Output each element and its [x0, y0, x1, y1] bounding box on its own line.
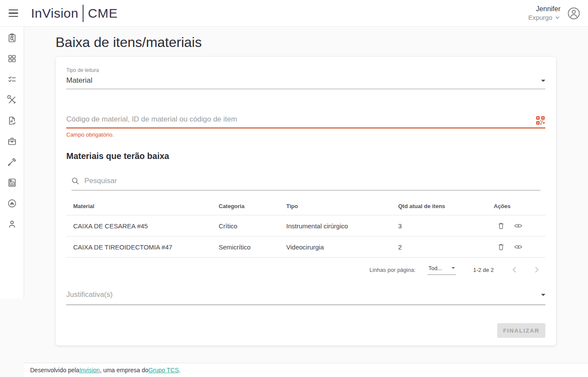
footer-text: .: [179, 367, 180, 374]
reading-type-select[interactable]: Material: [66, 76, 545, 89]
qr-scanner-icon[interactable]: [536, 116, 545, 125]
footer-text: Desenvolvido pela: [30, 367, 79, 374]
code-field: [66, 114, 545, 128]
checklist-icon[interactable]: [7, 74, 17, 84]
account-avatar-icon[interactable]: [567, 7, 580, 20]
view-eye-icon[interactable]: [514, 243, 523, 251]
app-logo: InVision CME: [31, 5, 118, 22]
table-row: CAIXA DE TIREOIDECTOMIA #47 Semicrítico …: [66, 237, 545, 258]
reading-type-field: Tipo de leitura Material: [66, 67, 545, 89]
screwdriver-icon[interactable]: [7, 157, 17, 167]
search-input[interactable]: [84, 176, 540, 186]
grupo-tcs-link[interactable]: Grupo TCS: [149, 367, 179, 374]
cell-tipo: Instrumental cirúrgico: [286, 222, 398, 230]
next-page-chevron-icon[interactable]: [532, 265, 542, 275]
column-header-material: Material: [73, 203, 219, 209]
table-header-row: Material Categoria Tipo Qtd atual de ite…: [66, 197, 545, 215]
rows-per-page-value: Tod...: [428, 265, 442, 271]
search-field: [71, 176, 540, 190]
page-title: Baixa de itens/materiais: [56, 34, 588, 50]
cell-material: CAIXA DE CESAREA #45: [73, 222, 219, 230]
user-icon[interactable]: [7, 219, 17, 229]
reading-type-value: Material: [66, 76, 92, 85]
required-field-error: Campo obrigatório.: [66, 131, 545, 138]
tools-icon[interactable]: [7, 95, 17, 105]
cell-material: CAIXA DE TIREOIDECTOMIA #47: [73, 243, 219, 251]
previous-page-chevron-icon[interactable]: [509, 265, 520, 275]
column-header-acoes: Ações: [494, 203, 545, 209]
write-off-card: Tipo de leitura Material: [56, 57, 556, 346]
chevron-down-icon: [554, 15, 560, 21]
washer-icon[interactable]: [7, 178, 17, 188]
report-check-icon[interactable]: [7, 115, 17, 126]
rows-per-page-select[interactable]: Tod...: [427, 265, 456, 275]
menu-hamburger-icon[interactable]: [9, 9, 19, 17]
select-caret-icon: [541, 80, 545, 82]
search-icon: [71, 177, 79, 185]
justification-select[interactable]: Justificativa(s): [66, 290, 545, 305]
materials-table: Material Categoria Tipo Qtd atual de ite…: [66, 197, 545, 279]
column-header-categoria: Categoria: [219, 203, 286, 209]
user-sector-label: Expurgo: [528, 13, 552, 22]
cell-tipo: Videocirurgia: [286, 243, 398, 251]
select-caret-icon: [452, 267, 455, 269]
dashboard-icon[interactable]: [7, 53, 17, 64]
main-content: Baixa de itens/materiais Tipo de leitura…: [24, 27, 588, 346]
code-input[interactable]: [66, 114, 545, 128]
logo-divider: [83, 5, 84, 22]
cell-categoria: Crítico: [219, 222, 286, 230]
materials-section-title: Materiais que terão baixa: [66, 151, 545, 161]
cell-qtd: 3: [398, 222, 494, 230]
column-header-tipo: Tipo: [286, 203, 398, 209]
rows-per-page-label: Linhas por página:: [369, 267, 415, 273]
top-bar: InVision CME Jennifer Expurgo: [0, 0, 588, 27]
pagination-range: 1-2 de 2: [473, 267, 494, 273]
page-footer: Desenvolvido pela Invision , uma empresa…: [24, 363, 588, 377]
home-icon[interactable]: [7, 198, 17, 209]
cell-qtd: 2: [398, 243, 494, 251]
invision-link[interactable]: Invision: [79, 367, 99, 374]
logo-invision-text: InVision: [31, 6, 78, 21]
table-row: CAIXA DE CESAREA #45 Crítico Instrumenta…: [66, 215, 545, 237]
delete-trash-icon[interactable]: [497, 221, 505, 230]
topbar-right: Jennifer Expurgo: [528, 5, 580, 22]
column-header-qtd: Qtd atual de itens: [398, 203, 494, 209]
app-root: InVision CME Jennifer Expurgo: [0, 0, 588, 377]
user-sector-dropdown[interactable]: Jennifer Expurgo: [528, 5, 560, 22]
user-name: Jennifer: [528, 5, 560, 13]
table-pagination: Linhas por página: Tod... 1-2 de 2: [66, 260, 545, 279]
footer-text: , uma empresa do: [100, 367, 149, 374]
finalize-button[interactable]: FINALIZAR: [497, 323, 545, 338]
view-eye-icon[interactable]: [514, 221, 523, 230]
toolbox-icon[interactable]: [7, 136, 17, 146]
select-caret-icon: [541, 294, 545, 296]
justification-placeholder: Justificativa(s): [66, 290, 113, 299]
logo-cme-text: CME: [88, 6, 118, 21]
sidebar: [0, 27, 24, 299]
reading-type-label: Tipo de leitura: [66, 67, 545, 73]
cell-categoria: Semicrítico: [219, 243, 286, 251]
clipboard-search-icon[interactable]: [7, 33, 17, 43]
delete-trash-icon[interactable]: [497, 243, 505, 251]
